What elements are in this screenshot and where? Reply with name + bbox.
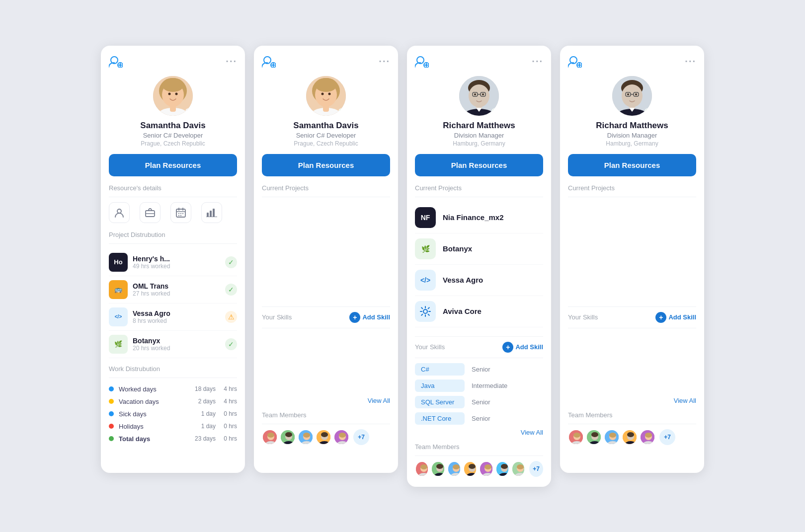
team-label: Team Members <box>568 411 696 419</box>
project-name: OML Trans <box>133 282 225 290</box>
work-days: 18 days <box>193 385 216 392</box>
project-info: Henry's h... 49 hrs worked <box>133 255 225 270</box>
work-days: 1 day <box>193 423 216 430</box>
view-all-link[interactable]: View All <box>568 397 696 404</box>
resource-details-label: Resource's details <box>109 184 237 192</box>
team-avatar-3 <box>447 461 461 477</box>
project-name: Botanyx <box>133 337 225 345</box>
view-all-link[interactable]: View All <box>415 429 543 436</box>
add-user-icon[interactable] <box>109 56 123 70</box>
skills-label: Your Skills <box>415 343 445 351</box>
svg-point-93 <box>484 464 491 469</box>
avatar-container <box>415 76 543 116</box>
card-header: ··· <box>415 56 543 70</box>
team-more-count[interactable]: +7 <box>659 429 675 445</box>
team-members: +7 <box>262 429 390 445</box>
project-hours: 8 hrs worked <box>133 317 225 324</box>
more-options-icon[interactable]: ··· <box>532 56 543 67</box>
project-info: Botanyx 20 hrs worked <box>133 337 225 352</box>
project-item: Ho Henry's h... 49 hrs worked ✓ <box>109 249 237 276</box>
card-header: ··· <box>109 56 237 70</box>
calendar-icon-btn[interactable] <box>170 202 191 223</box>
plan-resources-button[interactable]: Plan Resources <box>109 154 237 176</box>
plan-resources-button[interactable]: Plan Resources <box>262 154 390 176</box>
skill-item: C# Senior <box>415 363 543 376</box>
current-projects-empty <box>262 202 390 302</box>
user-name: Richard Matthews <box>568 121 696 131</box>
work-label: Vacation days <box>119 398 193 405</box>
svg-point-46 <box>285 432 292 437</box>
svg-point-81 <box>436 464 443 469</box>
work-item: Sick days 1 day 0 hrs <box>109 408 237 420</box>
add-skill-button[interactable]: + Add Skill <box>349 312 390 323</box>
user-name: Samantha Davis <box>262 121 390 131</box>
skills-label: Your Skills <box>568 313 598 321</box>
project-item: 🚌 OML Trans 27 hrs worked ✓ <box>109 276 237 304</box>
view-all-link[interactable]: View All <box>262 397 390 404</box>
cp-name: Aviva Core <box>443 307 482 315</box>
add-skill-label: Add Skill <box>362 313 390 321</box>
svg-point-42 <box>267 433 274 438</box>
svg-point-8 <box>168 92 171 95</box>
project-logo: 🌿 <box>109 335 128 354</box>
project-hours: 27 hrs worked <box>133 290 225 297</box>
plan-resources-button[interactable]: Plan Resources <box>568 154 696 176</box>
team-avatar-1 <box>568 429 584 445</box>
project-hours: 49 hrs worked <box>133 263 225 270</box>
svg-point-131 <box>627 432 634 437</box>
briefcase-icon-btn[interactable] <box>140 202 161 223</box>
team-more-count[interactable]: +7 <box>353 429 369 445</box>
current-projects-label: Current Projects <box>262 184 390 192</box>
chart-icon-btn[interactable] <box>201 202 222 223</box>
svg-rect-19 <box>178 213 179 214</box>
svg-rect-25 <box>210 211 212 217</box>
status-dot <box>644 108 651 115</box>
current-project-item: NF Nia Finance_mx2 <box>415 202 543 233</box>
project-hours: 20 hrs worked <box>133 345 225 352</box>
more-options-icon[interactable]: ··· <box>685 56 696 67</box>
svg-point-70 <box>474 93 476 95</box>
add-skill-button[interactable]: + Add Skill <box>655 312 696 323</box>
project-status: ✓ <box>225 284 237 296</box>
work-item: Total days 23 days 0 hrs <box>109 433 237 445</box>
status-dot <box>185 108 192 115</box>
svg-point-74 <box>423 309 427 313</box>
skills-header: Your Skills + Add Skill <box>415 342 543 353</box>
svg-point-127 <box>609 433 616 438</box>
work-hrs: 4 hrs <box>220 385 237 392</box>
add-user-icon[interactable] <box>568 56 582 70</box>
work-distribution: Work Distrubution Worked days 18 days 4 … <box>109 365 237 445</box>
plan-resources-button[interactable]: Plan Resources <box>415 154 543 176</box>
add-skill-button[interactable]: + Add Skill <box>502 342 543 353</box>
user-title: Senior C# Developer <box>262 132 390 139</box>
person-icon-btn[interactable] <box>109 202 130 223</box>
svg-point-119 <box>573 433 580 438</box>
project-logo: 🚌 <box>109 280 128 299</box>
avatar <box>306 76 346 116</box>
add-user-icon[interactable] <box>262 56 276 70</box>
user-title: Senior C# Developer <box>109 132 237 139</box>
user-name: Samantha Davis <box>109 121 237 131</box>
project-status: ⚠ <box>225 311 237 323</box>
project-logo: </> <box>109 307 128 326</box>
cp-name: Botanyx <box>443 244 472 253</box>
team-more-count[interactable]: +7 <box>529 461 543 477</box>
cp-logo: </> <box>415 270 436 291</box>
team-members: +7 <box>568 429 696 445</box>
avatar-container <box>109 76 237 116</box>
svg-point-58 <box>339 433 346 438</box>
add-user-icon[interactable] <box>415 56 429 70</box>
work-dot <box>109 386 114 391</box>
cards-container: ··· Samantha Davis Senior C# Developer P… <box>101 46 704 487</box>
more-options-icon[interactable]: ··· <box>226 56 237 67</box>
svg-point-71 <box>482 93 484 95</box>
project-info: Vessa Agro 8 hrs worked <box>133 309 225 324</box>
more-options-icon[interactable]: ··· <box>379 56 390 67</box>
avatar-container <box>262 76 390 116</box>
current-projects-label: Current Projects <box>568 184 696 192</box>
svg-point-36 <box>322 92 324 95</box>
work-days: 1 day <box>193 410 216 417</box>
work-dot <box>109 424 114 429</box>
work-dot <box>109 411 114 416</box>
card-header: ··· <box>568 56 696 70</box>
